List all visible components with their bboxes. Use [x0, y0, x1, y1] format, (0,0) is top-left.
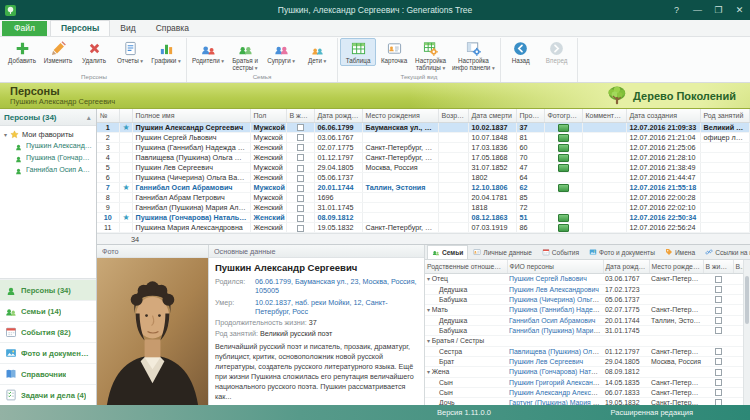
- relation-row[interactable]: ▾ ОтецПушкин Сергей Львович03.06.1767Сан…: [425, 273, 750, 284]
- column-header[interactable]: Продолжительность жизни: [516, 109, 544, 122]
- column-header[interactable]: В живых: [703, 260, 733, 273]
- minimize-button[interactable]: —: [687, 0, 708, 20]
- column-header[interactable]: ФИО персоны: [507, 260, 603, 273]
- ribbon-button-plus[interactable]: Добавить: [4, 38, 40, 66]
- alive-checkbox[interactable]: [297, 144, 304, 151]
- column-header[interactable]: В живых: [286, 109, 314, 122]
- column-header[interactable]: №: [97, 109, 119, 122]
- person-link[interactable]: Пушкина (Ганнибал) Надежда Осиповна: [509, 306, 603, 313]
- person-row[interactable]: 8Ганнибал Абрам ПетровичМужской169620.04…: [97, 193, 750, 203]
- relation-row[interactable]: ▾ МатьПушкина (Ганнибал) Надежда Осиповн…: [425, 304, 750, 315]
- column-header[interactable]: Дата рождения: [603, 260, 649, 273]
- column-header[interactable]: Место рождения: [362, 109, 438, 122]
- person-row[interactable]: 11Пушкина Мария АлександровнаЖенский19.0…: [97, 223, 750, 233]
- ribbon-button-cross[interactable]: Удалить: [76, 38, 112, 66]
- favorite-star-icon[interactable]: ★: [123, 123, 130, 132]
- ribbon-button-table[interactable]: Таблица: [340, 38, 376, 66]
- ribbon-button-pencil[interactable]: Изменить: [40, 38, 76, 66]
- alive-checkbox[interactable]: [297, 225, 304, 232]
- favorites-root[interactable]: ▾ Мои фавориты: [2, 129, 94, 140]
- detail-tab-card[interactable]: Личные данные: [468, 245, 537, 259]
- sidebar-item-photos[interactable]: Фото и документы: [0, 342, 96, 363]
- column-header[interactable]: Комментарий: [582, 109, 626, 122]
- alive-checkbox[interactable]: [297, 134, 304, 141]
- column-header[interactable]: Место рождения: [649, 260, 703, 273]
- column-header[interactable]: Полное имя: [132, 109, 250, 122]
- person-row[interactable]: 5Пушкин Лев СергеевичМужской29.04.1805Мо…: [97, 162, 750, 172]
- scrollbar-thumb[interactable]: [745, 276, 749, 324]
- relation-row[interactable]: ДедушкаПушкин Лев Александрович17.02.172…: [425, 284, 750, 294]
- person-link[interactable]: Пушкин Сергей Львович: [509, 275, 587, 282]
- person-link[interactable]: Пушкина (Гончарова) Наталья Николаевна: [509, 368, 603, 375]
- person-row[interactable]: 2Пушкин Сергей ЛьвовичМужской03.06.17671…: [97, 132, 750, 142]
- sidebar-header[interactable]: Персоны (34) ▲: [0, 109, 96, 126]
- relation-row[interactable]: БратПушкин Лев Сергеевич29.04.1805Москва…: [425, 356, 750, 366]
- collapse-icon[interactable]: ▾: [427, 369, 432, 375]
- person-link[interactable]: Пушкина (Чичерина) Ольга Васильевна: [509, 296, 603, 303]
- favorite-person-item[interactable]: Пушкина (Гончарова) Наталья Николаевна: [2, 152, 94, 164]
- column-header[interactable]: Возраст: [438, 109, 468, 122]
- sidebar-item-person[interactable]: Персоны (34): [0, 279, 96, 300]
- relation-row[interactable]: СестраПавлищева (Пушкина) Ольга Сергеевн…: [425, 346, 750, 356]
- ribbon-button-siblings[interactable]: Братья и сестры ▾: [227, 38, 263, 73]
- alive-checkbox[interactable]: [715, 317, 722, 324]
- ribbon-button-card[interactable]: Карточка: [376, 38, 412, 66]
- relation-row[interactable]: БабушкаГаннибал (Пушкина) Мария Алексеев…: [425, 325, 750, 335]
- detail-tab-family[interactable]: Семьи: [427, 245, 468, 259]
- favorite-star-icon[interactable]: ★: [123, 183, 130, 192]
- alive-checkbox[interactable]: [297, 165, 304, 172]
- favorite-person-item[interactable]: Пушкин Александр Сергеевич: [2, 140, 94, 152]
- detail-tab-events[interactable]: События: [537, 245, 584, 259]
- alive-checkbox[interactable]: [297, 205, 304, 212]
- tab-help[interactable]: Справка: [146, 21, 199, 36]
- alive-checkbox[interactable]: [715, 348, 722, 355]
- help-button[interactable]: ?: [666, 0, 687, 20]
- ribbon-button-panelgear[interactable]: Настройка инфо панели ▾: [449, 38, 498, 73]
- relation-row[interactable]: СынПушкин Александр Александрович06.07.1…: [425, 387, 750, 397]
- collapse-icon[interactable]: ▾: [427, 276, 432, 282]
- column-header[interactable]: Дата смерти: [468, 109, 516, 122]
- relation-row[interactable]: ▾ ЖенаПушкина (Гончарова) Наталья Никола…: [425, 366, 750, 377]
- alive-checkbox[interactable]: [297, 215, 304, 222]
- person-row[interactable]: 6Пушкина (Чичерина) Ольга ВасильевнаЖенс…: [97, 172, 750, 182]
- column-header[interactable]: Пол: [250, 109, 286, 122]
- ribbon-button-back[interactable]: Назад: [503, 38, 539, 66]
- tab-file[interactable]: Файл: [2, 21, 47, 36]
- alive-checkbox[interactable]: [297, 175, 304, 182]
- sidebar-item-family[interactable]: Семьи (14): [0, 300, 96, 321]
- alive-checkbox[interactable]: [297, 195, 304, 202]
- alive-checkbox[interactable]: [715, 307, 722, 314]
- alive-checkbox[interactable]: [297, 154, 304, 161]
- alive-checkbox[interactable]: [715, 286, 722, 293]
- person-link[interactable]: Ганнибал (Пушкина) Мария Алексеевна: [509, 327, 603, 334]
- column-header[interactable]: Род занятий: [700, 109, 750, 122]
- ribbon-button-spouse[interactable]: Супруги ▾: [263, 38, 299, 66]
- scrollbar[interactable]: [743, 260, 750, 405]
- relation-row[interactable]: ДедушкаГаннибал Осип Абрамович20.01.1744…: [425, 315, 750, 325]
- alive-checkbox[interactable]: [715, 358, 722, 365]
- alive-checkbox[interactable]: [715, 327, 722, 334]
- person-row[interactable]: 9Ганнибал (Пушкина) Мария АлексеевнаЖенс…: [97, 203, 750, 213]
- column-header[interactable]: Родственные отношения: [425, 260, 507, 273]
- date-link[interactable]: 10.02.1837,: [255, 298, 293, 307]
- collapse-icon[interactable]: ▾: [427, 307, 432, 313]
- relation-row[interactable]: БабушкаПушкина (Чичерина) Ольга Васильев…: [425, 294, 750, 304]
- person-row[interactable]: 7★Ганнибал Осип АбрамовичМужской20.01.17…: [97, 182, 750, 192]
- ribbon-button-chart[interactable]: Графики ▾: [148, 38, 184, 66]
- sidebar-item-events[interactable]: События (82): [0, 321, 96, 342]
- alive-checkbox[interactable]: [297, 185, 304, 192]
- person-link[interactable]: Павлищева (Пушкина) Ольга Сергеевна: [509, 348, 603, 355]
- ribbon-button-parents[interactable]: Родители ▾: [189, 38, 227, 66]
- alive-checkbox[interactable]: [715, 369, 722, 376]
- sidebar-item-book[interactable]: Справочник: [0, 363, 96, 384]
- person-link[interactable]: Пушкин Александр Александрович: [509, 389, 603, 396]
- relation-row[interactable]: СынПушкин Григорий Александрович14.05.18…: [425, 377, 750, 387]
- person-row[interactable]: 4Павлищева (Пушкина) Ольга СергеевнаЖенс…: [97, 152, 750, 162]
- column-header[interactable]: [119, 109, 132, 122]
- date-link[interactable]: 06.06.1799,: [255, 277, 293, 286]
- tab-view[interactable]: Вид: [110, 21, 145, 36]
- ribbon-button-tablegear[interactable]: Настройка таблицы ▾: [412, 38, 449, 73]
- alive-checkbox[interactable]: [715, 296, 722, 303]
- favorite-star-icon[interactable]: ★: [123, 213, 130, 222]
- detail-tab-names[interactable]: Имена: [660, 245, 700, 259]
